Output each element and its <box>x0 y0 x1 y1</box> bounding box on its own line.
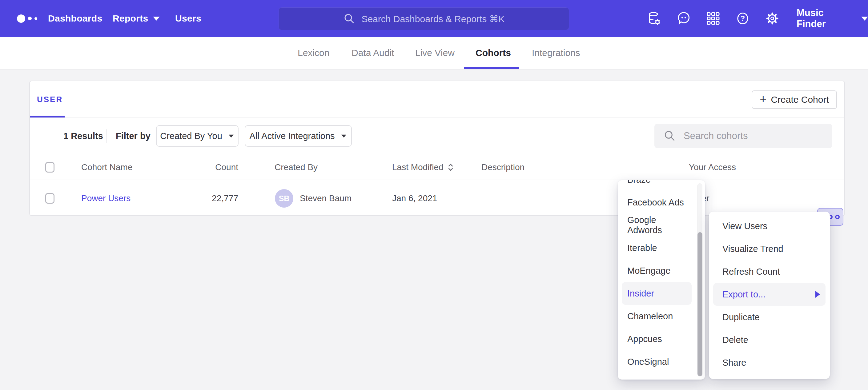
integrations-dropdown[interactable]: All Active Integrations <box>245 125 352 147</box>
svg-text:?: ? <box>741 14 745 23</box>
menu-item-visualize-trend[interactable]: Visualize Trend <box>713 237 826 260</box>
table-row: Power Users 22,777 SB Steven Baum Jan 6,… <box>30 181 844 216</box>
created-by-dropdown[interactable]: Created By You <box>156 125 239 147</box>
filter-by-label: Filter by <box>116 118 151 154</box>
menu-item-view-users[interactable]: View Users <box>713 215 826 237</box>
top-nav: Dashboards Reports Users Search Dashboar… <box>0 0 868 37</box>
col-cohort-name: Cohort Name <box>81 154 133 180</box>
submenu-item-appcues[interactable]: Appcues <box>622 328 692 350</box>
submenu-item-google-adwords[interactable]: Google Adwords <box>622 214 692 236</box>
submenu-scrollbar-thumb[interactable] <box>698 232 703 376</box>
menu-item-share[interactable]: Share <box>713 351 826 374</box>
cohort-search-input[interactable] <box>684 124 825 148</box>
tab-user-cohorts[interactable]: USER <box>37 81 63 118</box>
submenu-item-chameleon[interactable]: Chameleon <box>622 305 692 328</box>
app-logo-icon[interactable] <box>17 0 37 37</box>
nav-reports[interactable]: Reports <box>113 0 160 37</box>
submenu-item-onesignal[interactable]: OneSignal <box>622 350 692 373</box>
data-management-icon[interactable] <box>647 11 661 26</box>
submenu-item-iterable[interactable]: Iterable <box>622 236 692 259</box>
cohort-name-link[interactable]: Power Users <box>81 181 130 216</box>
menu-item-refresh-count[interactable]: Refresh Count <box>713 260 826 283</box>
row-actions-menu: View Users Visualize Trend Refresh Count… <box>709 212 830 379</box>
cohort-count: 22,777 <box>184 181 238 216</box>
col-count: Count <box>184 154 238 180</box>
global-search-placeholder: Search Dashboards & Reports ⌘K <box>361 13 504 24</box>
avatar: SB <box>275 189 293 207</box>
caret-down-icon <box>153 17 160 21</box>
select-all-checkbox[interactable] <box>45 162 55 172</box>
submenu-item-facebook-ads[interactable]: Facebook Ads <box>622 191 692 214</box>
feedback-chat-icon[interactable] <box>677 11 691 26</box>
col-created-by: Created By <box>275 154 318 180</box>
caret-down-icon <box>341 134 346 137</box>
tab-integrations[interactable]: Integrations <box>532 37 580 69</box>
filter-bar: 1 Results Filter by Created By You All A… <box>30 118 844 154</box>
section-tabbar: Lexicon Data Audit Live View Cohorts Int… <box>0 37 868 69</box>
cohorts-card: USER + Create Cohort 1 Results Filter by… <box>29 80 845 216</box>
menu-item-delete[interactable]: Delete <box>713 328 826 351</box>
last-modified-date: Jan 6, 2021 <box>392 181 437 216</box>
nav-dashboards[interactable]: Dashboards <box>48 0 102 37</box>
submenu-arrow-icon <box>815 291 820 298</box>
create-cohort-button[interactable]: + Create Cohort <box>752 90 837 109</box>
active-tab-underline <box>464 67 519 69</box>
table-header: Cohort Name Count Created By Last Modifi… <box>30 154 844 180</box>
nav-users[interactable]: Users <box>175 0 201 37</box>
col-last-modified[interactable]: Last Modified <box>392 154 455 180</box>
results-count: 1 Results <box>63 118 103 154</box>
cohort-search <box>654 124 832 148</box>
settings-gear-icon[interactable] <box>765 11 780 26</box>
submenu-item-braze[interactable]: Braze <box>622 180 692 191</box>
search-icon <box>663 129 677 143</box>
apps-grid-icon[interactable] <box>706 11 720 26</box>
tab-live-view[interactable]: Live View <box>415 37 455 69</box>
sort-icon <box>446 163 455 172</box>
menu-item-duplicate[interactable]: Duplicate <box>713 306 826 328</box>
tab-lexicon[interactable]: Lexicon <box>298 37 329 69</box>
search-icon <box>343 12 356 25</box>
global-search-input[interactable]: Search Dashboards & Reports ⌘K <box>279 7 569 30</box>
row-checkbox[interactable] <box>45 193 55 204</box>
caret-down-icon <box>861 17 868 21</box>
tab-cohorts[interactable]: Cohorts <box>475 37 511 69</box>
project-selector[interactable]: Music Finder <box>797 0 868 37</box>
submenu-item-moengage[interactable]: MoEngage <box>622 259 692 282</box>
submenu-item-insider[interactable]: Insider <box>622 282 692 305</box>
col-your-access: Your Access <box>689 154 736 180</box>
cohorts-page: Dashboards Reports Users Search Dashboar… <box>0 0 868 390</box>
menu-item-export-to[interactable]: Export to... <box>713 283 826 306</box>
caret-down-icon <box>229 134 234 137</box>
created-by-name: Steven Baum <box>300 181 351 216</box>
export-destination-submenu: Braze Facebook Ads Google Adwords Iterab… <box>618 180 705 380</box>
tab-data-audit[interactable]: Data Audit <box>351 37 394 69</box>
col-description: Description <box>482 154 525 180</box>
help-icon[interactable]: ? <box>735 11 750 26</box>
